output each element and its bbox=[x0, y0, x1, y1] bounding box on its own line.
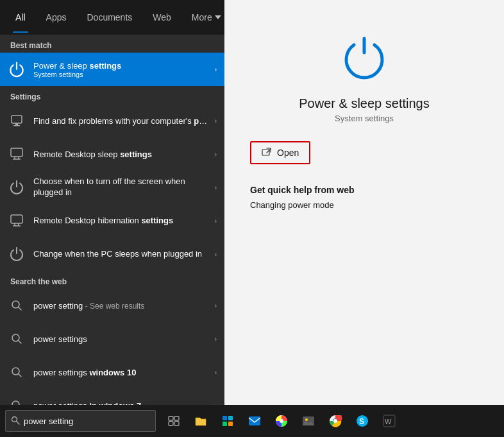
open-btn-container: Open bbox=[250, 141, 310, 164]
search-icon-1 bbox=[6, 295, 27, 316]
tab-apps[interactable]: Apps bbox=[36, 2, 77, 33]
quick-help-link[interactable]: Changing power mode bbox=[250, 200, 355, 210]
settings-item-5[interactable]: Change when the PC sleeps when plugged i… bbox=[0, 237, 224, 271]
search-panel: All Apps Documents Web More ··· Best mat… bbox=[0, 0, 224, 405]
settings-item-5-arrow: › bbox=[215, 251, 217, 258]
taskbar: S W bbox=[0, 405, 504, 437]
settings-item-5-title: Change when the PC sleeps when plugged i… bbox=[33, 249, 211, 260]
svg-point-36 bbox=[280, 419, 283, 423]
svg-point-38 bbox=[305, 418, 308, 421]
svg-rect-31 bbox=[228, 416, 233, 420]
svg-rect-33 bbox=[228, 422, 233, 426]
search-icon-2 bbox=[6, 329, 27, 349]
chrome-icon[interactable] bbox=[323, 408, 348, 434]
quick-help-section: Get quick help from web Changing power m… bbox=[250, 185, 355, 210]
web-item-3[interactable]: power settings windows 10 › bbox=[0, 356, 224, 389]
web-item-1-arrow: › bbox=[215, 302, 217, 309]
web-item-2[interactable]: power settings › bbox=[0, 322, 224, 356]
tab-web[interactable]: Web bbox=[142, 2, 181, 33]
web-item-4[interactable]: power settings in windows 7 › bbox=[0, 389, 224, 405]
color-wheel-icon[interactable] bbox=[269, 408, 294, 434]
app-icon[interactable]: W bbox=[376, 408, 402, 434]
best-match-title: Power & sleep settings bbox=[33, 61, 211, 71]
svg-line-15 bbox=[19, 341, 22, 344]
svg-rect-27 bbox=[174, 416, 179, 420]
svg-rect-29 bbox=[174, 422, 179, 425]
settings-item-2-arrow: › bbox=[215, 151, 217, 158]
settings-item-2-title: Remote Desktop sleep settings bbox=[33, 150, 211, 159]
tabs-bar: All Apps Documents Web More ··· bbox=[0, 0, 224, 35]
settings-item-4-title: Remote Desktop hibernation settings bbox=[33, 216, 211, 227]
svg-rect-34 bbox=[249, 416, 260, 425]
settings-item-4[interactable]: Remote Desktop hibernation settings › bbox=[0, 204, 224, 237]
svg-marker-0 bbox=[215, 15, 221, 19]
photo-icon[interactable] bbox=[296, 408, 321, 434]
power-icon-2 bbox=[6, 177, 27, 198]
web-item-2-text: power settings bbox=[33, 334, 211, 344]
best-match-item[interactable]: Power & sleep settings System settings › bbox=[0, 53, 224, 86]
results-list: Best match Power & sleep settings System… bbox=[0, 35, 224, 405]
best-match-label: Best match bbox=[0, 35, 224, 53]
svg-rect-26 bbox=[169, 416, 173, 420]
taskbar-icons: S W bbox=[161, 408, 402, 434]
svg-rect-1 bbox=[12, 116, 22, 123]
rp-power-icon bbox=[339, 32, 390, 86]
settings-section-label: Settings bbox=[0, 86, 224, 104]
taskbar-search-input[interactable] bbox=[24, 416, 150, 426]
search-icon-3 bbox=[6, 362, 27, 382]
settings-item-1-title: Find and fix problems with your computer… bbox=[33, 116, 211, 126]
svg-rect-22 bbox=[262, 150, 269, 155]
svg-rect-32 bbox=[223, 422, 227, 426]
power-icon-3 bbox=[6, 244, 27, 264]
taskbar-search-box[interactable] bbox=[5, 410, 156, 432]
svg-point-41 bbox=[333, 419, 337, 423]
taskbar-search-icon bbox=[11, 416, 20, 427]
settings-item-1-text: Find and fix problems with your computer… bbox=[33, 116, 211, 126]
task-view-icon[interactable] bbox=[161, 408, 187, 434]
web-item-1[interactable]: power setting - See web results › bbox=[0, 289, 224, 322]
svg-rect-4 bbox=[11, 148, 22, 157]
search-icon-4 bbox=[6, 395, 27, 405]
skype-icon[interactable]: S bbox=[349, 408, 375, 434]
svg-text:W: W bbox=[385, 418, 392, 425]
store-icon[interactable] bbox=[215, 408, 240, 434]
tab-all[interactable]: All bbox=[5, 2, 36, 33]
best-match-text: Power & sleep settings System settings bbox=[33, 61, 211, 78]
svg-rect-3 bbox=[13, 125, 20, 126]
rp-subtitle: System settings bbox=[335, 114, 394, 123]
svg-line-25 bbox=[17, 421, 20, 424]
mail-icon[interactable] bbox=[242, 408, 267, 434]
svg-rect-8 bbox=[11, 215, 22, 223]
tab-documents[interactable]: Documents bbox=[76, 2, 142, 33]
settings-item-4-text: Remote Desktop hibernation settings bbox=[33, 216, 211, 227]
monitor-icon-1 bbox=[6, 144, 27, 164]
web-item-2-arrow: › bbox=[215, 336, 217, 343]
settings-item-5-text: Change when the PC sleeps when plugged i… bbox=[33, 249, 211, 260]
settings-item-3-arrow: › bbox=[215, 184, 217, 191]
file-explorer-icon[interactable] bbox=[188, 408, 214, 434]
settings-item-3[interactable]: Choose when to turn off the screen when … bbox=[0, 171, 224, 204]
svg-rect-28 bbox=[169, 422, 173, 425]
monitor-icon-2 bbox=[6, 210, 27, 231]
settings-item-1[interactable]: Find and fix problems with your computer… bbox=[0, 104, 224, 137]
settings-item-1-arrow: › bbox=[215, 117, 217, 124]
web-item-3-title: power settings windows 10 bbox=[33, 368, 211, 377]
rp-title: Power & sleep settings bbox=[299, 96, 429, 111]
settings-item-3-text: Choose when to turn off the screen when … bbox=[33, 176, 211, 198]
settings-item-3-title: Choose when to turn off the screen when … bbox=[33, 176, 211, 198]
web-item-1-title: power setting - See web results bbox=[33, 301, 211, 311]
svg-rect-2 bbox=[15, 123, 18, 125]
svg-text:S: S bbox=[359, 417, 364, 426]
settings-item-2-text: Remote Desktop sleep settings bbox=[33, 150, 211, 159]
web-item-2-title: power settings bbox=[33, 334, 211, 344]
web-item-1-text: power setting - See web results bbox=[33, 301, 211, 311]
web-item-3-arrow: › bbox=[215, 369, 217, 376]
power-icon bbox=[6, 59, 27, 80]
settings-item-2[interactable]: Remote Desktop sleep settings › bbox=[0, 137, 224, 171]
svg-line-17 bbox=[19, 374, 22, 377]
search-web-label: Search the web bbox=[0, 271, 224, 289]
gear-icon-1 bbox=[6, 110, 27, 131]
open-button[interactable]: Open bbox=[256, 145, 304, 160]
svg-rect-30 bbox=[223, 416, 227, 420]
open-icon bbox=[262, 148, 272, 158]
